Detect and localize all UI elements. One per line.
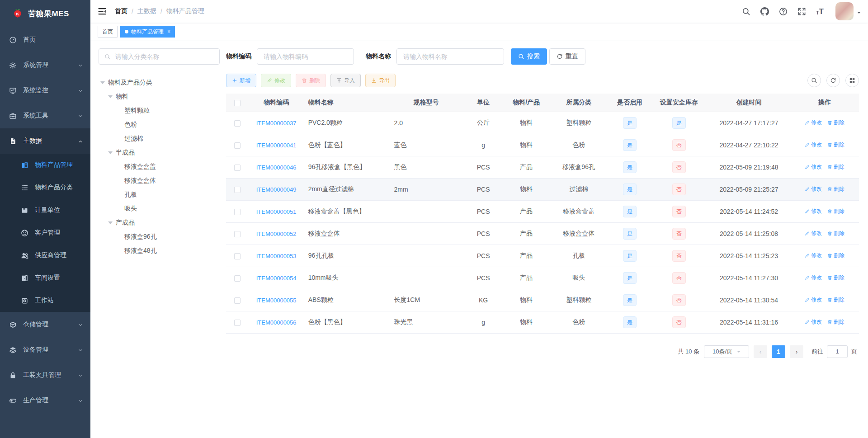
material-code-link[interactable]: ITEM00000041 xyxy=(256,142,297,149)
material-code-input[interactable] xyxy=(257,48,354,65)
material-code-link[interactable]: ITEM00000054 xyxy=(256,275,297,282)
sidebar-item-计量单位[interactable]: 计量单位 xyxy=(0,199,90,221)
row-checkbox[interactable] xyxy=(234,142,241,149)
tree-node-过滤棉[interactable]: 过滤棉 xyxy=(99,132,220,146)
sidebar-toggle-icon[interactable] xyxy=(98,7,107,16)
sidebar-item-物料产品分类[interactable]: 物料产品分类 xyxy=(0,176,90,199)
row-edit-link[interactable]: 修改 xyxy=(805,252,822,259)
row-checkbox[interactable] xyxy=(234,165,241,171)
row-edit-link[interactable]: 修改 xyxy=(805,163,822,171)
row-edit-link[interactable]: 修改 xyxy=(805,296,822,304)
sidebar-item-车间设置[interactable]: 车间设置 xyxy=(0,267,90,289)
close-icon[interactable]: × xyxy=(167,29,170,34)
tree-node-色粉[interactable]: 色粉 xyxy=(99,118,220,132)
sidebar-item-仓储管理[interactable]: 仓储管理 xyxy=(0,312,90,337)
add-button[interactable]: 新增 xyxy=(226,74,256,87)
sidebar-item-客户管理[interactable]: 客户管理 xyxy=(0,221,90,244)
tree-search-input[interactable] xyxy=(114,52,214,61)
tree-node-产成品[interactable]: 产成品 xyxy=(99,216,220,230)
row-edit-link[interactable]: 修改 xyxy=(805,185,822,193)
next-page-button[interactable]: › xyxy=(790,345,803,358)
breadcrumb-home[interactable]: 首页 xyxy=(115,7,127,15)
refresh-button[interactable] xyxy=(826,74,840,87)
search-icon[interactable] xyxy=(742,7,750,16)
material-code-link[interactable]: ITEM00000052 xyxy=(256,231,297,237)
tree-node-物料及产品分类[interactable]: 物料及产品分类 xyxy=(99,75,220,89)
row-checkbox[interactable] xyxy=(234,120,241,127)
columns-button[interactable] xyxy=(845,74,859,87)
export-button[interactable]: 导出 xyxy=(365,74,396,87)
sidebar-item-工作站[interactable]: 工作站 xyxy=(0,289,90,312)
row-edit-link[interactable]: 修改 xyxy=(805,207,822,215)
row-delete-link[interactable]: 删除 xyxy=(827,163,844,171)
reset-button[interactable]: 重置 xyxy=(549,48,585,65)
sidebar-item-系统监控[interactable]: 系统监控 xyxy=(0,78,90,103)
tree-expand-caret-icon[interactable] xyxy=(108,95,113,100)
page-size-select[interactable]: 10条/页 xyxy=(704,345,749,358)
row-edit-link[interactable]: 修改 xyxy=(805,119,822,127)
row-edit-link[interactable]: 修改 xyxy=(805,141,822,149)
goto-page-input[interactable] xyxy=(827,345,848,358)
tree-expand-caret-icon[interactable] xyxy=(100,81,105,86)
row-checkbox[interactable] xyxy=(234,297,241,304)
row-checkbox[interactable] xyxy=(234,187,241,193)
row-checkbox[interactable] xyxy=(234,320,241,326)
delete-button[interactable]: 删除 xyxy=(296,74,326,87)
row-edit-link[interactable]: 修改 xyxy=(805,230,822,237)
material-code-link[interactable]: ITEM00000049 xyxy=(256,186,297,193)
sidebar-item-工装夹具管理[interactable]: 工装夹具管理 xyxy=(0,363,90,388)
row-delete-link[interactable]: 删除 xyxy=(827,252,844,259)
sidebar-item-设备管理[interactable]: 设备管理 xyxy=(0,337,90,363)
page-1-button[interactable]: 1 xyxy=(772,345,785,358)
search-button[interactable]: 搜索 xyxy=(511,48,547,65)
tree-expand-caret-icon[interactable] xyxy=(108,221,113,226)
edit-button[interactable]: 修改 xyxy=(261,74,291,87)
tree-node-移液盒48孔[interactable]: 移液盒48孔 xyxy=(99,244,220,258)
row-checkbox[interactable] xyxy=(234,231,241,237)
user-menu[interactable] xyxy=(835,2,861,20)
row-delete-link[interactable]: 删除 xyxy=(827,230,844,237)
row-checkbox[interactable] xyxy=(234,275,241,282)
material-name-input[interactable] xyxy=(396,48,504,65)
tree-expand-caret-icon[interactable] xyxy=(108,151,113,156)
font-size-icon[interactable]: TT xyxy=(816,8,824,15)
row-delete-link[interactable]: 删除 xyxy=(827,318,844,326)
row-checkbox[interactable] xyxy=(234,253,241,259)
material-code-link[interactable]: ITEM00000051 xyxy=(256,208,297,215)
sidebar-item-生产管理[interactable]: 生产管理 xyxy=(0,388,90,413)
tab-首页[interactable]: 首页 xyxy=(98,26,118,38)
material-code-link[interactable]: ITEM00000053 xyxy=(256,253,297,259)
sidebar-item-物料产品管理[interactable]: 物料产品管理 xyxy=(0,154,90,176)
breadcrumb-section[interactable]: 主数据 xyxy=(137,7,156,15)
material-code-link[interactable]: ITEM00000055 xyxy=(256,297,297,304)
row-delete-link[interactable]: 删除 xyxy=(827,119,844,127)
avatar[interactable] xyxy=(835,2,854,20)
sidebar-item-供应商管理[interactable]: 供应商管理 xyxy=(0,244,90,267)
tree-node-移液盒96孔[interactable]: 移液盒96孔 xyxy=(99,230,220,244)
import-button[interactable]: 导入 xyxy=(330,74,361,87)
row-checkbox[interactable] xyxy=(234,209,241,215)
tree-node-孔板[interactable]: 孔板 xyxy=(99,188,220,202)
tree-node-塑料颗粒[interactable]: 塑料颗粒 xyxy=(99,104,220,118)
material-code-link[interactable]: ITEM00000056 xyxy=(256,319,297,326)
sidebar-item-首页[interactable]: 首页 xyxy=(0,27,90,52)
row-delete-link[interactable]: 删除 xyxy=(827,296,844,304)
tree-node-吸头[interactable]: 吸头 xyxy=(99,202,220,216)
material-code-link[interactable]: ITEM00000046 xyxy=(256,164,297,171)
row-delete-link[interactable]: 删除 xyxy=(827,185,844,193)
question-icon[interactable] xyxy=(779,7,788,16)
select-all-checkbox[interactable] xyxy=(234,100,241,106)
tree-node-物料[interactable]: 物料 xyxy=(99,89,220,104)
sidebar-item-系统工具[interactable]: 系统工具 xyxy=(0,103,90,128)
row-delete-link[interactable]: 删除 xyxy=(827,141,844,149)
row-edit-link[interactable]: 修改 xyxy=(805,318,822,326)
sidebar-item-主数据[interactable]: 主数据 xyxy=(0,128,90,154)
row-edit-link[interactable]: 修改 xyxy=(805,274,822,282)
tree-node-半成品[interactable]: 半成品 xyxy=(99,146,220,160)
row-delete-link[interactable]: 删除 xyxy=(827,274,844,282)
show-search-button[interactable] xyxy=(807,74,821,87)
sidebar-item-系统管理[interactable]: 系统管理 xyxy=(0,52,90,78)
tree-node-移液盒盒体[interactable]: 移液盒盒体 xyxy=(99,174,220,188)
material-code-link[interactable]: ITEM00000037 xyxy=(256,120,297,127)
github-icon[interactable] xyxy=(760,7,769,16)
